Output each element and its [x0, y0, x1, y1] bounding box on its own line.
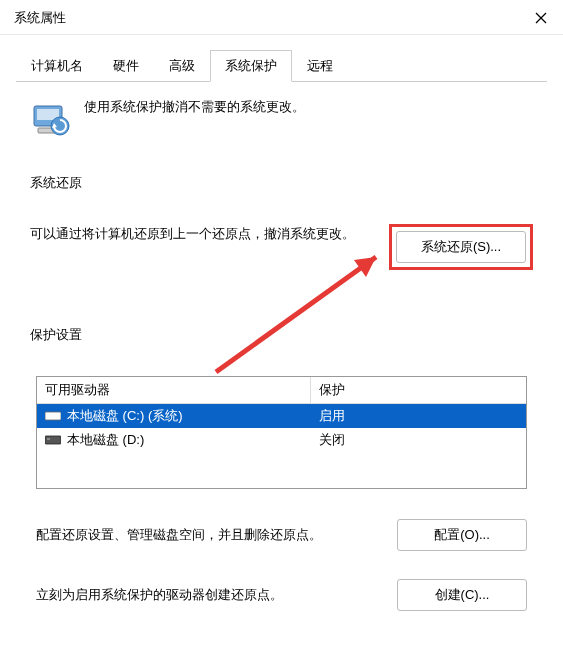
drive-protect-status: 关闭 — [311, 428, 526, 452]
drive-row[interactable]: 本地磁盘 (C:) (系统) 启用 — [37, 404, 526, 428]
tab-bar: 计算机名 硬件 高级 系统保护 远程 — [16, 49, 547, 82]
drive-table-header: 可用驱动器 保护 — [37, 377, 526, 404]
close-icon — [535, 12, 547, 24]
col-header-protect[interactable]: 保护 — [311, 377, 526, 403]
create-row: 立刻为启用系统保护的驱动器创建还原点。 创建(C)... — [36, 579, 527, 611]
restore-section-label: 系统还原 — [30, 174, 533, 192]
restore-button-highlight: 系统还原(S)... — [389, 224, 533, 270]
create-description: 立刻为启用系统保护的驱动器创建还原点。 — [36, 586, 381, 604]
disk-icon — [45, 410, 61, 422]
svg-line-7 — [216, 257, 376, 372]
svg-rect-10 — [47, 414, 50, 416]
system-restore-button[interactable]: 系统还原(S)... — [396, 231, 526, 263]
drive-name: 本地磁盘 (D:) — [67, 431, 144, 449]
restore-row: 可以通过将计算机还原到上一个还原点，撤消系统更改。 系统还原(S)... — [30, 224, 533, 270]
restore-description: 可以通过将计算机还原到上一个还原点，撤消系统更改。 — [30, 224, 373, 244]
create-button[interactable]: 创建(C)... — [397, 579, 527, 611]
tab-hardware[interactable]: 硬件 — [98, 50, 154, 82]
titlebar: 系统属性 — [0, 0, 563, 35]
system-protection-icon — [30, 98, 70, 138]
svg-rect-12 — [47, 438, 50, 440]
configure-description: 配置还原设置、管理磁盘空间，并且删除还原点。 — [36, 526, 381, 544]
configure-row: 配置还原设置、管理磁盘空间，并且删除还原点。 配置(O)... — [36, 519, 527, 551]
window-title: 系统属性 — [14, 9, 66, 27]
drive-table-body: 本地磁盘 (C:) (系统) 启用 本地磁盘 (D:) 关闭 — [37, 404, 526, 488]
drive-table: 可用驱动器 保护 本地磁盘 (C:) (系统) 启用 — [36, 376, 527, 489]
intro-text: 使用系统保护撤消不需要的系统更改。 — [84, 98, 305, 116]
tab-content: 使用系统保护撤消不需要的系统更改。 系统还原 可以通过将计算机还原到上一个还原点… — [16, 82, 547, 631]
drive-protect-status: 启用 — [311, 404, 526, 428]
tab-remote[interactable]: 远程 — [292, 50, 348, 82]
dialog-body: 计算机名 硬件 高级 系统保护 远程 使用系统保护撤消不需要的系统更改。 系统还… — [0, 35, 563, 647]
configure-button[interactable]: 配置(O)... — [397, 519, 527, 551]
tab-computer-name[interactable]: 计算机名 — [16, 50, 98, 82]
protect-section-label: 保护设置 — [30, 326, 533, 344]
col-header-drive[interactable]: 可用驱动器 — [37, 377, 311, 403]
tab-system-protection[interactable]: 系统保护 — [210, 50, 292, 82]
tab-advanced[interactable]: 高级 — [154, 50, 210, 82]
intro-row: 使用系统保护撤消不需要的系统更改。 — [30, 98, 533, 138]
drive-row[interactable]: 本地磁盘 (D:) 关闭 — [37, 428, 526, 452]
drive-name: 本地磁盘 (C:) (系统) — [67, 407, 183, 425]
close-button[interactable] — [531, 8, 551, 28]
disk-icon — [45, 434, 61, 446]
